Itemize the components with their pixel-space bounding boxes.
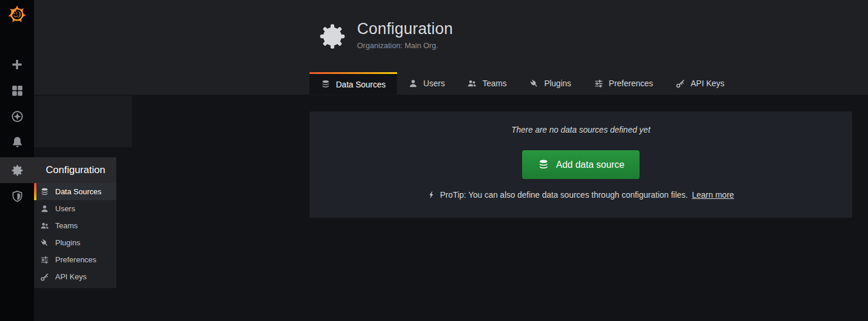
alerting-bell-icon [11,136,24,149]
database-icon [537,158,550,171]
tab-label: API Keys [691,79,725,88]
bolt-icon [428,191,436,199]
flyout-item-label: API Keys [55,272,86,281]
sliders-icon [594,79,604,89]
flyout-item-users[interactable]: Users [34,200,116,217]
page-header-info: Configuration Organization: Main Org. [317,20,453,52]
sidebar-item-configuration[interactable] [0,157,34,183]
plugin-icon [529,79,539,89]
sidebar-item-dashboards[interactable] [0,77,34,103]
team-icon [40,221,49,231]
tab-preferences[interactable]: Preferences [583,72,664,94]
protip-line: ProTip: You can also define data sources… [428,190,734,200]
sidebar-item-create[interactable] [0,52,34,77]
page-title: Configuration [357,20,453,38]
server-admin-shield-icon [11,190,24,203]
sidebar-item-server-admin[interactable] [0,183,34,209]
tab-users[interactable]: Users [397,72,456,94]
dashboards-icon [11,84,24,97]
gear-icon [317,21,348,52]
user-icon [408,79,418,89]
configuration-flyout-menu: Configuration Data Sources Users Teams P… [34,157,116,288]
flyout-item-teams[interactable]: Teams [34,217,116,234]
tab-teams[interactable]: Teams [456,72,517,94]
sliders-icon [40,255,49,265]
tab-label: Users [423,79,445,88]
explore-compass-icon [11,110,24,123]
flyout-item-plugins[interactable]: Plugins [34,234,116,251]
flyout-item-data-sources[interactable]: Data Sources [34,183,116,200]
protip-text: ProTip: You can also define data sources… [440,190,688,200]
tab-label: Teams [482,79,506,88]
plugin-icon [40,238,49,248]
page-subtitle: Organization: Main Org. [357,41,453,50]
sidebar-item-explore[interactable] [0,103,34,129]
key-icon [40,272,49,282]
add-data-source-button-label: Add data source [556,160,625,170]
add-data-source-button[interactable]: Add data source [522,150,640,179]
flyout-hover-region [34,96,132,147]
tab-plugins[interactable]: Plugins [518,72,583,94]
flyout-item-label: Preferences [55,255,96,264]
tab-data-sources[interactable]: Data Sources [309,72,397,94]
empty-state-message: There are no data sources defined yet [512,125,651,134]
plus-icon [11,58,23,71]
flyout-item-label: Users [55,204,75,213]
tab-label: Preferences [609,79,653,88]
user-icon [40,204,49,214]
database-icon [321,79,331,89]
grafana-logo-icon [5,2,29,25]
tab-bar: Data Sources Users Teams Plugins Prefere… [309,72,736,94]
tab-api-keys[interactable]: API Keys [664,72,736,94]
tab-label: Data Sources [336,80,386,89]
team-icon [467,79,477,89]
grafana-logo[interactable] [0,0,34,27]
tab-label: Plugins [544,79,571,88]
learn-more-link[interactable]: Learn more [692,190,734,200]
configuration-gear-icon [11,164,24,177]
data-sources-empty-panel: There are no data sources defined yet Ad… [309,111,852,218]
database-icon [40,187,49,197]
flyout-item-label: Plugins [55,238,80,247]
page-header: Configuration Organization: Main Org. Da… [34,0,868,95]
key-icon [675,79,685,89]
sidebar [0,0,34,321]
flyout-title[interactable]: Configuration [34,157,116,183]
sidebar-item-alerting[interactable] [0,129,34,155]
flyout-item-label: Data Sources [55,187,102,196]
flyout-item-preferences[interactable]: Preferences [34,251,116,268]
flyout-item-api-keys[interactable]: API Keys [34,268,116,285]
flyout-item-label: Teams [55,221,78,230]
